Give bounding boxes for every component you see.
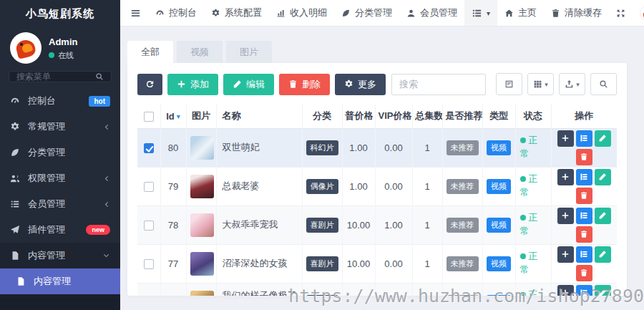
- main-area: 控制台 系统配置 收入明细 分类管理 会员管理 ▾ 主页 清除缓存 Admin …: [120, 0, 644, 310]
- col-name: 名称: [216, 105, 302, 128]
- cell-name: 沼泽深处的女孩: [216, 244, 302, 283]
- nav-dropdown-toggle[interactable]: ▾: [464, 0, 497, 26]
- tab-video[interactable]: 视频: [177, 41, 223, 63]
- tab-image[interactable]: 图片: [226, 41, 272, 63]
- cell-id: 77: [160, 244, 186, 283]
- delete-button[interactable]: 删除: [279, 74, 330, 95]
- chevron-left-icon: [102, 123, 110, 131]
- row-checkbox[interactable]: [144, 182, 154, 192]
- row-edit-button[interactable]: [595, 169, 611, 185]
- nav-label: 主页: [518, 6, 537, 19]
- table-row[interactable]: 76 我们的样子像极了爱情 偶像片 10.00 0.00 1 未推荐 视频 正常: [137, 283, 617, 296]
- sidebar-item-label: 常规管理: [28, 120, 94, 133]
- sidebar-item-general[interactable]: 常规管理: [0, 114, 120, 140]
- search-icon: [599, 79, 608, 89]
- row-edit-button[interactable]: [595, 130, 611, 147]
- col-id[interactable]: Id▾: [160, 105, 186, 128]
- row-add-button[interactable]: [557, 208, 574, 224]
- add-button[interactable]: 添加: [167, 74, 218, 95]
- row-detail-button[interactable]: [576, 246, 592, 263]
- table-search-input[interactable]: [391, 74, 486, 95]
- row-checkbox[interactable]: [144, 143, 154, 153]
- row-edit-button[interactable]: [595, 208, 611, 224]
- nav-clear-cache[interactable]: 清除缓存: [544, 0, 609, 26]
- row-delete-button[interactable]: [576, 149, 592, 165]
- row-actions: [555, 208, 613, 243]
- row-detail-button[interactable]: [576, 169, 592, 185]
- search-icon: [95, 72, 104, 81]
- columns-button[interactable]: ▾: [527, 73, 554, 95]
- row-detail-button[interactable]: [576, 208, 592, 224]
- tab-all[interactable]: 全部: [127, 41, 173, 63]
- sidebar-item-permission[interactable]: 权限管理: [0, 165, 120, 191]
- sidebar-item-member[interactable]: 会员管理: [0, 191, 120, 217]
- table-row[interactable]: 80 双世萌妃 科幻片 1.00 0.00 1 未推荐 视频 正常: [137, 128, 617, 167]
- list-alt-icon: [580, 173, 588, 181]
- menu-search: [9, 71, 112, 82]
- recommend-badge: 未推荐: [447, 295, 479, 296]
- row-actions: [555, 169, 613, 204]
- nav-system-config[interactable]: 系统配置: [204, 0, 269, 26]
- cell-vip-price: 0.00: [375, 128, 412, 167]
- gear-icon: [211, 9, 220, 18]
- sidebar-item-category[interactable]: 分类管理: [0, 140, 120, 165]
- trash-icon: [288, 79, 298, 89]
- status-badge: 正常: [520, 211, 547, 238]
- nav-dashboard[interactable]: 控制台: [148, 0, 204, 26]
- nav-category[interactable]: 分类管理: [334, 0, 399, 26]
- nav-user-menu[interactable]: Admin: [633, 0, 644, 26]
- table-row[interactable]: 78 大叔乖乖宠我 喜剧片 10.00 1.00 1 未推荐 视频 正常: [137, 205, 617, 244]
- menu-search-input[interactable]: [16, 72, 95, 82]
- sidebar-subitem-label: 内容管理: [34, 275, 71, 288]
- sidebar-toggle-button[interactable]: [123, 0, 148, 26]
- gear-icon: [344, 79, 353, 89]
- row-edit-button[interactable]: [595, 285, 611, 296]
- refresh-button[interactable]: [137, 74, 162, 95]
- row-edit-button[interactable]: [595, 246, 611, 263]
- caret-down-icon: ▾: [576, 81, 580, 88]
- detail-view-button[interactable]: [496, 73, 522, 95]
- sidebar-group-content: 内容管理 内容管理: [0, 243, 120, 310]
- table-row[interactable]: 79 总裁老婆 偶像片 1.00 0.00 1 未推荐 视频 正常: [137, 167, 617, 205]
- col-episodes: 总集数: [412, 105, 442, 128]
- nav-income-detail[interactable]: 收入明细: [269, 0, 334, 26]
- sidebar-item-plugin[interactable]: 插件管理 new: [0, 217, 120, 243]
- sidebar-item-content[interactable]: 内容管理: [0, 243, 120, 268]
- row-checkbox[interactable]: [144, 259, 154, 269]
- row-delete-button[interactable]: [576, 226, 592, 243]
- row-add-button[interactable]: [557, 169, 574, 185]
- chevron-left-icon: [102, 200, 110, 208]
- more-button[interactable]: 更多: [335, 74, 386, 95]
- row-add-button[interactable]: [557, 285, 574, 296]
- row-add-button[interactable]: [557, 246, 574, 263]
- sidebar-subitem-content-manage[interactable]: 内容管理: [0, 268, 120, 294]
- nav-home[interactable]: 主页: [497, 0, 544, 26]
- cell-vip-price: 0.00: [375, 244, 412, 283]
- col-image: 图片: [186, 105, 216, 128]
- row-checkbox[interactable]: [144, 221, 154, 231]
- list-alt-icon: [580, 250, 588, 258]
- sort-desc-icon: ▾: [177, 112, 180, 120]
- table-row[interactable]: 77 沼泽深处的女孩 喜剧片 10.00 0.00 1 未推荐 视频 正常: [137, 244, 617, 283]
- pencil-icon: [598, 173, 607, 181]
- hamburger-icon: [130, 8, 141, 19]
- nav-member[interactable]: 会员管理: [399, 0, 464, 26]
- select-all-checkbox[interactable]: [144, 112, 154, 122]
- row-delete-button[interactable]: [576, 265, 592, 281]
- row-detail-button[interactable]: [576, 285, 592, 296]
- edit-button[interactable]: 编辑: [223, 74, 274, 95]
- export-button[interactable]: ▾: [559, 73, 585, 95]
- row-delete-button[interactable]: [576, 188, 592, 204]
- home-icon: [504, 9, 514, 18]
- button-label: 删除: [302, 78, 321, 91]
- user-icon: [406, 9, 416, 18]
- row-add-button[interactable]: [557, 130, 574, 147]
- fullscreen-button[interactable]: [609, 0, 633, 26]
- paper-plane-icon: [10, 225, 20, 235]
- row-detail-button[interactable]: [576, 130, 592, 147]
- button-label: 添加: [190, 78, 209, 91]
- sidebar-item-dashboard[interactable]: 控制台 hot: [0, 88, 120, 114]
- search-button[interactable]: [590, 73, 617, 95]
- table-tools: ▾ ▾: [496, 73, 617, 95]
- trash-icon: [580, 230, 588, 238]
